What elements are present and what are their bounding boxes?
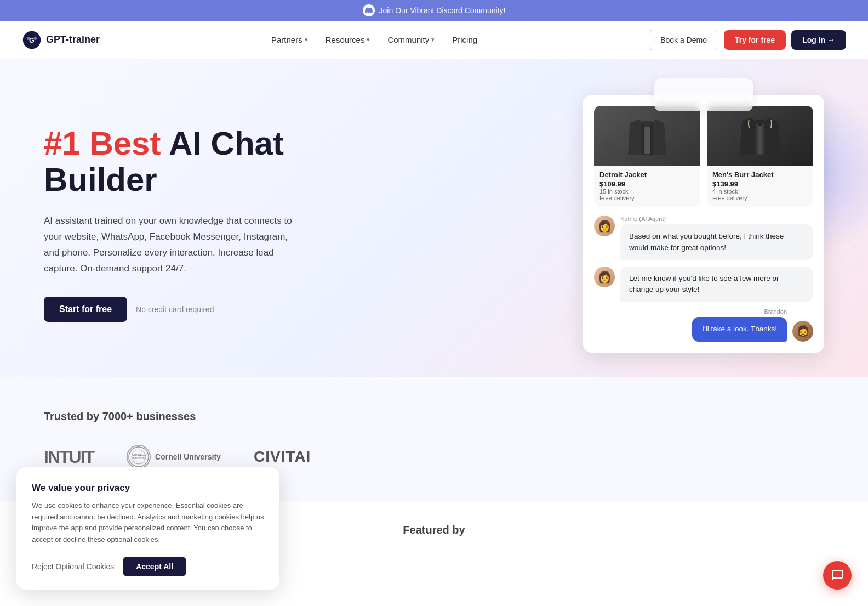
product-delivery-1: Free delivery <box>599 195 695 201</box>
product-delivery-2: Free delivery <box>712 195 808 201</box>
svg-text:CORNELL: CORNELL <box>132 453 145 456</box>
product-stock-1: 15 in stock <box>599 188 695 195</box>
svg-point-2 <box>27 37 30 39</box>
product-info-2: Men's Burr Jacket $139.99 4 in stock Fre… <box>707 166 813 201</box>
chat-panel: Detroit Jacket $109.99 15 in stock Free … <box>583 95 824 352</box>
product-info-1: Detroit Jacket $109.99 15 in stock Free … <box>594 166 700 201</box>
discord-icon <box>363 4 375 16</box>
hero-cta: Start for free No credit card required <box>44 297 340 322</box>
user-message-side: Brandon I'll take a look. Thanks! <box>692 308 787 341</box>
try-free-button[interactable]: Try for free <box>724 30 786 50</box>
nav-item-partners[interactable]: Partners ▾ <box>264 31 316 49</box>
agent-name-label: Kathie (AI Agent) <box>620 216 813 222</box>
chat-blur-card <box>654 78 753 111</box>
cornell-logo: CORNELL UNIVERSITY Cornell University <box>127 445 221 469</box>
logo-text: GPT-trainer <box>46 34 100 46</box>
civitai-logo: CIVITAI <box>254 448 311 466</box>
product-card-2: Men's Burr Jacket $139.99 4 in stock Fre… <box>707 106 813 207</box>
product-cards: Detroit Jacket $109.99 15 in stock Free … <box>594 106 813 207</box>
book-demo-button[interactable]: Book a Demo <box>649 30 718 50</box>
nav-links: Partners ▾ Resources ▾ Community ▾ Prici… <box>264 31 485 49</box>
agent-message-1: 👩 Kathie (AI Agent) Based on what you bo… <box>594 216 813 260</box>
discord-link[interactable]: Join Our Vibrant Discord Community! <box>379 6 506 15</box>
cookie-actions: Reject Optional Cookies Accept All <box>32 557 264 576</box>
jacket1-image <box>594 106 700 166</box>
svg-rect-5 <box>758 126 762 154</box>
cornell-seal: CORNELL UNIVERSITY <box>127 445 151 469</box>
product-card-1: Detroit Jacket $109.99 15 in stock Free … <box>594 106 700 207</box>
intuit-logo: INTUIT <box>44 447 94 467</box>
svg-text:UNIVERSITY: UNIVERSITY <box>132 457 145 460</box>
trusted-title: Trusted by 7000+ businesses <box>44 410 824 423</box>
product-price-2: $139.99 <box>712 180 808 188</box>
svg-text:G: G <box>29 37 35 44</box>
logo-link[interactable]: G GPT-trainer <box>22 30 100 50</box>
top-banner: Join Our Vibrant Discord Community! <box>0 0 868 21</box>
agent-bubble-2: Let me know if you'd like to see a few m… <box>620 267 813 302</box>
cookie-description: We use cookies to enhance your experienc… <box>32 500 264 546</box>
user-name-label: Brandon <box>764 308 787 315</box>
navbar: G GPT-trainer Partners ▾ Resources ▾ Com… <box>0 21 868 59</box>
cookie-title: We value your privacy <box>32 483 264 494</box>
product-price-1: $109.99 <box>599 180 695 188</box>
accept-cookies-button[interactable]: Accept All <box>123 557 186 576</box>
agent-message-content-2: Let me know if you'd like to see a few m… <box>620 267 813 302</box>
chat-icon <box>831 569 844 580</box>
user-message-1: Brandon I'll take a look. Thanks! 🧔 <box>594 308 813 341</box>
logo-icon: G <box>22 30 42 50</box>
agent-message-content-1: Kathie (AI Agent) Based on what you boug… <box>620 216 813 260</box>
agent-avatar-2: 👩 <box>594 267 615 287</box>
no-credit-card-label: No credit card required <box>136 305 214 314</box>
hero-section: #1 Best AI Chat Builder AI assistant tra… <box>0 59 868 377</box>
chevron-down-icon: ▾ <box>431 36 435 43</box>
nav-actions: Book a Demo Try for free Log In → <box>649 30 846 50</box>
jacket2-image <box>707 106 813 166</box>
nav-item-resources[interactable]: Resources ▾ <box>318 31 378 49</box>
agent-avatar: 👩 <box>594 216 615 236</box>
cookie-banner: We value your privacy We use cookies to … <box>16 467 279 580</box>
trusted-logos: INTUIT CORNELL UNIVERSITY Cornell Univer… <box>44 445 824 469</box>
chat-messages: 👩 Kathie (AI Agent) Based on what you bo… <box>594 216 813 341</box>
svg-rect-4 <box>644 127 650 154</box>
product-name-1: Detroit Jacket <box>599 171 695 179</box>
product-stock-2: 4 in stock <box>712 188 808 195</box>
hero-left: #1 Best AI Chat Builder AI assistant tra… <box>44 126 340 322</box>
chevron-down-icon: ▾ <box>305 36 308 43</box>
start-free-button[interactable]: Start for free <box>44 297 127 322</box>
product-name-2: Men's Burr Jacket <box>712 171 808 179</box>
reject-cookies-button[interactable]: Reject Optional Cookies <box>32 562 114 571</box>
chevron-down-icon: ▾ <box>367 36 370 43</box>
svg-point-3 <box>34 37 37 39</box>
hero-title: #1 Best AI Chat Builder <box>44 126 340 198</box>
agent-message-2: 👩 Let me know if you'd like to see a few… <box>594 267 813 302</box>
user-avatar: 🧔 <box>792 321 813 342</box>
nav-item-community[interactable]: Community ▾ <box>380 31 442 49</box>
user-bubble-1: I'll take a look. Thanks! <box>692 317 787 341</box>
hero-right: Detroit Jacket $109.99 15 in stock Free … <box>583 95 824 352</box>
login-button[interactable]: Log In → <box>791 30 846 50</box>
nav-item-pricing[interactable]: Pricing <box>444 31 485 49</box>
hero-description: AI assistant trained on your own knowled… <box>44 213 296 277</box>
agent-bubble-1: Based on what you bought before, I think… <box>620 224 813 260</box>
